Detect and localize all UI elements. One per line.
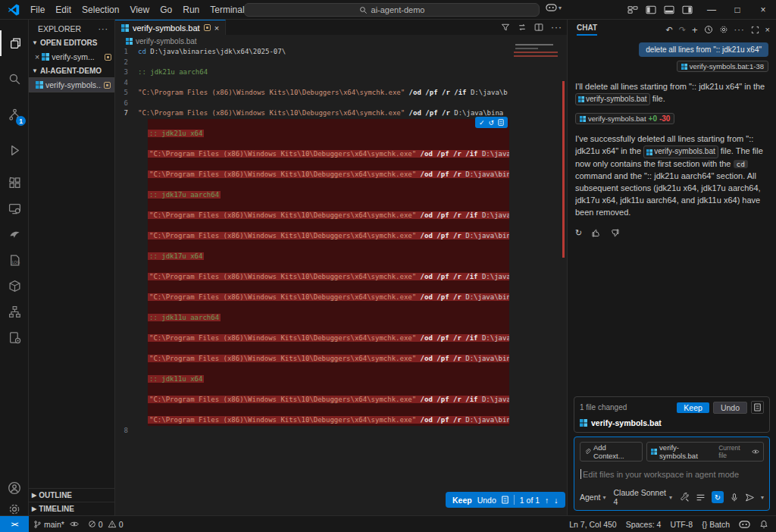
chat-more-actions-icon[interactable]: ···: [734, 25, 745, 34]
file-tree-item[interactable]: verify-symbols...: [29, 77, 114, 92]
attachment-chip[interactable]: verify-symbols.bat:1-38: [677, 61, 768, 72]
package-explorer-extension-icon[interactable]: [0, 273, 29, 299]
minimap[interactable]: [514, 44, 561, 64]
open-editor-item[interactable]: × verify-sym...: [29, 49, 114, 64]
workspace-section[interactable]: ▼ AI-AGENT-DEMO: [29, 64, 114, 77]
copilot-menu-button[interactable]: ▾: [546, 3, 562, 12]
keep-all-button[interactable]: Keep: [677, 402, 709, 413]
retry-icon[interactable]: ↻: [575, 228, 582, 238]
source-control-activity-button[interactable]: 1: [0, 102, 29, 127]
deleted-line: "C:\Program Files (x86)\Windows Kits\10\…: [148, 149, 509, 160]
maximize-panel-icon[interactable]: [751, 26, 759, 34]
mic-icon[interactable]: [730, 493, 739, 502]
extensions-activity-button[interactable]: [0, 170, 29, 196]
timeline-section[interactable]: ▶ TIMELINE: [29, 502, 114, 515]
file-reference-chip[interactable]: verify-symbols.bat: [575, 93, 650, 106]
title-bar: FileEditSelectionViewGoRunTerminalHelp ←…: [0, 0, 776, 20]
auto-approve-toggle[interactable]: ↻: [712, 491, 724, 503]
send-icon[interactable]: [745, 493, 755, 502]
close-panel-icon[interactable]: ×: [765, 25, 770, 34]
chat-settings-gear-icon[interactable]: [719, 25, 728, 34]
changed-file-row[interactable]: verify-symbols.bat: [580, 418, 764, 427]
thumbs-down-icon[interactable]: [610, 228, 620, 238]
close-button[interactable]: ×: [750, 0, 776, 20]
menu-selection[interactable]: Selection: [77, 3, 124, 17]
indentation-item[interactable]: Spaces: 4: [621, 520, 666, 529]
command-center-search[interactable]: ai-agent-demo: [244, 3, 540, 17]
eye-icon[interactable]: [70, 521, 79, 527]
filter-icon[interactable]: [501, 23, 510, 32]
new-chat-icon[interactable]: +: [692, 24, 698, 36]
add-context-button[interactable]: Add Context...: [580, 442, 643, 462]
customize-layout-icon[interactable]: [627, 5, 638, 14]
tools-icon[interactable]: [680, 493, 690, 502]
editor-group: verify-symbols.bat × ···: [115, 20, 567, 515]
undo-all-button[interactable]: Undo: [713, 402, 747, 414]
menu-go[interactable]: Go: [155, 3, 177, 17]
problems-item[interactable]: 0 0: [83, 520, 128, 529]
undo-edit-icon[interactable]: ↶: [666, 25, 673, 35]
menu-run[interactable]: Run: [177, 3, 205, 17]
more-actions-icon[interactable]: ···: [551, 22, 562, 33]
next-edit-icon[interactable]: ↓: [554, 496, 558, 505]
current-file-chip[interactable]: verify-symbols.bat Current file: [646, 442, 764, 462]
chat-tab[interactable]: CHAT: [577, 23, 597, 36]
encoding-item[interactable]: UTF-8: [665, 520, 697, 529]
outline-section[interactable]: ▶ OUTLINE: [29, 488, 114, 502]
chat-input-box[interactable]: Add Context... verify-symbols.bat Curren…: [574, 437, 770, 511]
menu-terminal[interactable]: Terminal: [205, 3, 249, 17]
thumbs-up-icon[interactable]: [591, 228, 601, 238]
accept-change-icon[interactable]: ✓: [479, 119, 485, 127]
menu-view[interactable]: View: [124, 3, 155, 17]
split-editor-icon[interactable]: [534, 23, 543, 32]
view-diff-icon[interactable]: [751, 401, 764, 414]
maximize-button[interactable]: □: [724, 0, 750, 20]
tab-close-icon[interactable]: ×: [214, 23, 219, 33]
chat-text-input[interactable]: Edit files in your workspace in agent mo…: [580, 469, 764, 479]
tab-bar: verify-symbols.bat × ···: [115, 20, 567, 35]
copilot-status-icon[interactable]: [734, 520, 755, 529]
notifications-bell-icon[interactable]: [755, 520, 776, 529]
explorer-activity-button[interactable]: [0, 30, 29, 56]
menu-edit[interactable]: Edit: [50, 3, 77, 17]
changed-file-summary[interactable]: verify-symbols.bat +0 -30: [575, 113, 768, 124]
layout-controls: [627, 0, 693, 20]
hierarchy-extension-icon[interactable]: [0, 299, 29, 324]
toggle-panel-icon[interactable]: [664, 5, 674, 14]
search-activity-button[interactable]: [0, 66, 29, 92]
diff-file-icon[interactable]: [502, 496, 508, 504]
model-selector[interactable]: Claude Sonnet 4▾: [613, 488, 672, 506]
git-branch-item[interactable]: main*: [29, 520, 83, 529]
compare-changes-icon[interactable]: [518, 23, 527, 32]
redo-edit-icon[interactable]: ↷: [679, 25, 686, 35]
run-debug-activity-button[interactable]: [0, 137, 29, 163]
close-icon[interactable]: ×: [35, 52, 39, 61]
explorer-more-actions-icon[interactable]: ···: [99, 24, 109, 33]
tasks-extension-icon[interactable]: [0, 324, 29, 350]
previous-edit-icon[interactable]: ↑: [545, 496, 549, 505]
toggle-sidebar-icon[interactable]: [646, 5, 656, 14]
undo-button[interactable]: Undo: [477, 496, 496, 505]
bird-extension-icon[interactable]: [0, 221, 29, 247]
remote-indicator[interactable]: ><: [0, 516, 29, 532]
mode-selector[interactable]: Agent▾: [580, 493, 605, 502]
discard-change-icon[interactable]: ↺: [489, 119, 495, 127]
toggle-diff-icon[interactable]: [498, 119, 504, 126]
language-mode-item[interactable]: {} Batch: [697, 520, 734, 529]
errors-icon: [88, 520, 96, 528]
toggle-secondary-sidebar-icon[interactable]: [682, 5, 693, 14]
open-editors-section[interactable]: ▼ OPEN EDITORS: [29, 36, 114, 49]
cursor-position-item[interactable]: Ln 7, Col 450: [565, 520, 621, 529]
eye-icon[interactable]: [752, 449, 759, 455]
keep-button[interactable]: Keep: [452, 496, 472, 505]
breadcrumb[interactable]: verify-symbols.bat: [115, 35, 567, 47]
menu-file[interactable]: File: [25, 3, 50, 17]
tab-verify-symbols[interactable]: verify-symbols.bat ×: [115, 20, 226, 35]
todo-list-icon[interactable]: [696, 493, 706, 502]
minimize-button[interactable]: —: [699, 0, 724, 20]
file-reference-chip[interactable]: verify-symbols.bat: [643, 146, 718, 158]
log-viewer-extension-icon[interactable]: LOG: [0, 247, 29, 273]
remote-explorer-activity-button[interactable]: [0, 196, 29, 221]
chat-history-icon[interactable]: [704, 25, 713, 34]
send-options-chevron-icon[interactable]: ▾: [761, 494, 764, 501]
